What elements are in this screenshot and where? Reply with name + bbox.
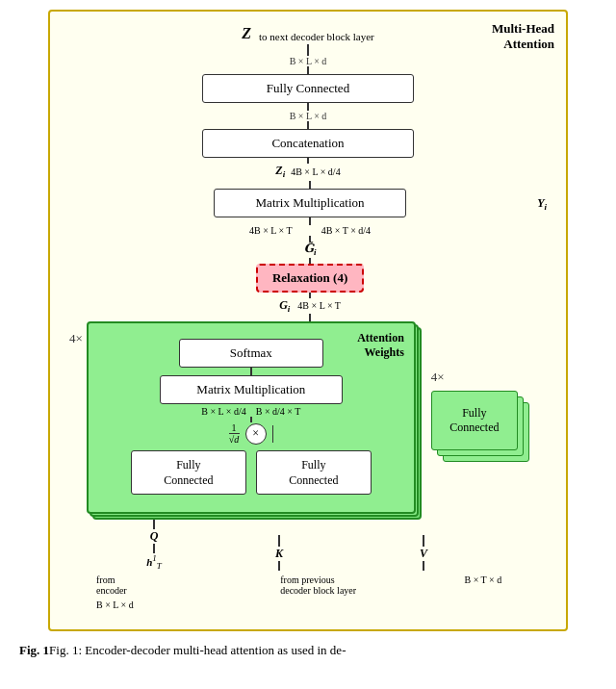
four-x-right: 4× — [431, 370, 445, 385]
caption: Fig. 1Fig. 1: Encoder-decoder multi-head… — [19, 641, 597, 660]
fc-v-box: Fully Connected — [431, 391, 518, 450]
arrow-seg — [307, 66, 309, 74]
gi-tilde-label: G̃i — [304, 242, 317, 257]
mha-outer-box: Multi-Head Attention Z to next decoder b… — [48, 10, 568, 631]
z-arrow-line — [307, 44, 309, 56]
yi-label: Yi — [537, 196, 547, 212]
gi-label: Gi — [279, 298, 290, 314]
z-next-label: to next decoder block layer — [259, 31, 374, 42]
softmax-box: Softmax — [179, 339, 323, 368]
fc-q-box: Fully Connected — [131, 450, 246, 495]
mha-label: Multi-Head Attention — [492, 21, 554, 52]
diagram-area: Multi-Head Attention Z to next decoder b… — [19, 10, 597, 660]
z-output-label: Z — [242, 25, 251, 42]
matmul-top-box: Matrix Multiplication — [214, 189, 406, 217]
h1t-label: h1T — [146, 553, 162, 571]
matmul-inner-box: Matrix Multiplication — [160, 375, 343, 404]
z-dim-label: B × L × d — [290, 56, 327, 66]
q-label: Q — [150, 529, 159, 544]
scale-circle: × — [245, 423, 267, 445]
attention-weights-label: Attention Weights — [357, 331, 404, 360]
fc-top-box: Fully Connected — [202, 74, 414, 103]
attention-box: Attention Weights Softmax Matrix Multipl… — [87, 321, 416, 514]
v-label: V — [420, 547, 427, 561]
fc-v-stack: Fully Connected — [431, 391, 527, 468]
fc-k-box: Fully Connected — [256, 450, 372, 495]
k-label: K — [275, 547, 283, 561]
zi-label: Zi — [275, 164, 285, 179]
concat-box: Concatenation — [202, 129, 414, 158]
relaxation-box: Relaxation (4) — [256, 264, 364, 293]
four-x-left: 4× — [69, 331, 83, 346]
